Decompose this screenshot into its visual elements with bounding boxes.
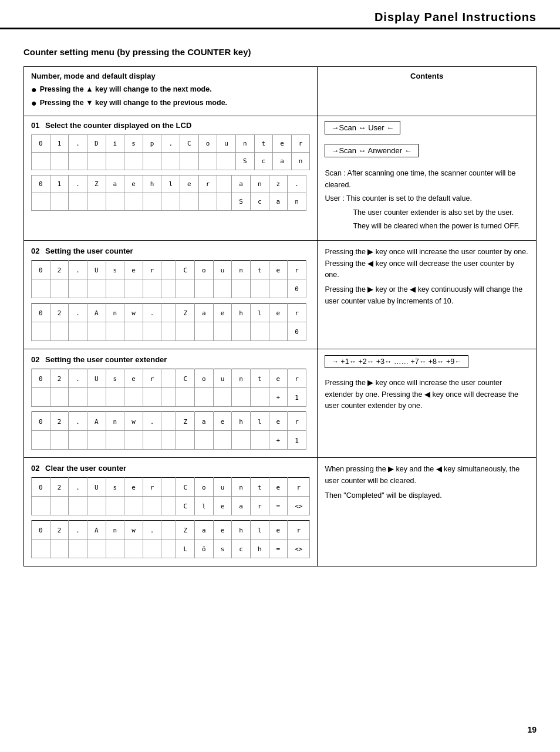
row02b-desc: Pressing the ▶ key once will increase th… (325, 377, 529, 412)
col1-bullet-2: ● Pressing the ▼ key will change to the … (31, 97, 310, 109)
row02c-left: 02 Clear the user counter 0 2 . U s (24, 458, 318, 566)
row02c-p1: When pressing the ▶ key and the ◀ key si… (325, 464, 529, 487)
row01-right: →Scan ↔ User ← →Scan ↔ Anwender ← Scan :… (318, 116, 537, 241)
row02c-title: 02 Clear the user counter (31, 464, 310, 473)
bullet-text-2: Pressing the ▼ key will change to the pr… (40, 97, 311, 109)
lcd-row: L ö s c h = <> (32, 539, 310, 558)
bullet-symbol-2: ● (31, 97, 37, 109)
lcd-row: S c a n (32, 153, 310, 170)
lcd-row: 0 2 . U s e r C o u n (32, 261, 306, 279)
bullet-symbol: ● (31, 84, 37, 95)
table-row-02a: 02 Setting the user counter 0 2 . U s (24, 241, 537, 349)
row02c-right: When pressing the ▶ key and the ◀ key si… (318, 458, 537, 566)
lcd-02b-de: 0 2 . A n w . Z a e h (31, 412, 310, 450)
lcd-01-en: 0 1 . D i s p . C o u n (31, 134, 310, 170)
table-row-02c: 02 Clear the user counter 0 2 . U s (24, 458, 537, 566)
lcd-row: C l e a r = <> (32, 497, 310, 515)
col1-bullet-1: ● Pressing the ▲ key will change to the … (31, 84, 310, 95)
lcd-02c-en: 0 2 . U s e r C o u n (31, 477, 310, 515)
row02a-p2: Pressing the ▶ key or the ◀ key continuo… (325, 284, 529, 307)
table-row-01: 01 Select the counter displayed on the L… (24, 116, 537, 241)
section-title: Counter setting menu (by pressing the CO… (23, 47, 537, 57)
row02b-title: 02 Setting the user counter extender (31, 355, 310, 364)
lcd-row: 0 2 . U s e r C o u n (32, 369, 306, 388)
row02a-p1: Pressing the ▶ key once will increase th… (325, 247, 529, 281)
lcd-row: 0 2 . A n w . Z a e h (32, 521, 310, 539)
lcd-row: 0 1 . Z a e h l e r a (32, 176, 306, 193)
row01-desc-user: User : This counter is set to the defaul… (325, 193, 529, 204)
lcd-row: 0 2 . A n w . Z a e h (32, 304, 306, 322)
page-header: Display Panel Instructions (0, 0, 560, 29)
lcd-row: 0 1 . D i s p . C o u n (32, 135, 310, 153)
main-table: Number, mode and default display ● Press… (23, 66, 537, 566)
col2-header: Contents (318, 67, 537, 116)
page-number: 19 (527, 725, 537, 734)
row02a-left: 02 Setting the user counter 0 2 . U s (24, 241, 318, 349)
lcd-row: 0 (32, 322, 306, 341)
col1-header: Number, mode and default display ● Press… (24, 67, 318, 116)
lcd-02b-en: 0 2 . U s e r C o u n (31, 369, 310, 407)
scan-anwender-section: →Scan ↔ Anwender ← (325, 144, 529, 161)
lcd-02c-de: 0 2 . A n w . Z a e h (31, 520, 310, 558)
lcd-row: S c a n (32, 193, 306, 211)
seq-box: → +1↔ +2↔ +3↔ …… +7↔ +8↔ +9← (325, 355, 468, 368)
table-row-02b: 02 Setting the user counter extender 0 2… (24, 349, 537, 458)
scan-user-box: →Scan ↔ User ← (325, 121, 400, 134)
main-content: Counter setting menu (by pressing the CO… (0, 29, 560, 590)
lcd-01-de: 0 1 . Z a e h l e r a (31, 175, 310, 211)
page-title: Display Panel Instructions (375, 11, 537, 24)
col1-header-text: Number, mode and default display (31, 72, 310, 80)
row02b-p1: Pressing the ▶ key once will increase th… (325, 377, 529, 412)
row02c-desc: When pressing the ▶ key and the ◀ key si… (325, 464, 529, 501)
row01-desc-user3: They will be cleared when the power is t… (325, 221, 529, 232)
lcd-row: + 1 (32, 388, 306, 407)
row01-title: 01 Select the counter displayed on the L… (31, 121, 310, 130)
row01-left: 01 Select the counter displayed on the L… (24, 116, 318, 241)
row01-desc: Scan : After scanning one time, the scan… (325, 168, 529, 232)
row01-desc-scan: Scan : After scanning one time, the scan… (325, 168, 529, 191)
lcd-row: + 1 (32, 431, 306, 450)
bullet-text-1: Pressing the ▲ key will change to the ne… (40, 84, 311, 95)
row01-desc-user2: The user counter extender is also set by… (325, 207, 529, 218)
lcd-row: 0 2 . A n w . Z a e h (32, 412, 306, 431)
page-footer: 19 (527, 725, 537, 734)
lcd-row: 0 2 . U s e r C o u n (32, 478, 310, 497)
seq-section: → +1↔ +2↔ +3↔ …… +7↔ +8↔ +9← (325, 355, 529, 372)
scan-anwender-box: →Scan ↔ Anwender ← (325, 144, 418, 157)
row02a-right: Pressing the ▶ key once will increase th… (318, 241, 537, 349)
row02a-desc: Pressing the ▶ key once will increase th… (325, 247, 529, 307)
scan-user-section: →Scan ↔ User ← (325, 121, 529, 138)
row02a-title: 02 Setting the user counter (31, 247, 310, 255)
row02b-right: → +1↔ +2↔ +3↔ …… +7↔ +8↔ +9← Pressing th… (318, 349, 537, 458)
lcd-row: 0 (32, 279, 306, 298)
row02b-left: 02 Setting the user counter extender 0 2… (24, 349, 318, 458)
lcd-02a-de: 0 2 . A n w . Z a e h (31, 303, 310, 341)
lcd-02a-en: 0 2 . U s e r C o u n (31, 260, 310, 298)
row02c-p2: Then "Completed" will be displayed. (325, 490, 529, 501)
